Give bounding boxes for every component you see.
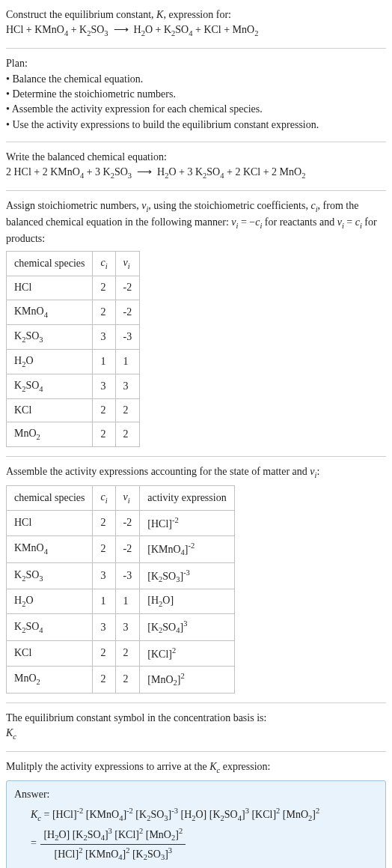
table-row: KCl22 (7, 398, 140, 422)
plan-item: • Assemble the activity expression for e… (6, 102, 386, 117)
col-species: chemical species (7, 252, 93, 276)
plan-item: • Balance the chemical equation. (6, 72, 386, 87)
symbol-kc: Kc (6, 726, 386, 742)
answer-numerator: [H2O] [K2SO4]3 [KCl]2 [MnO2]2 (40, 825, 186, 845)
divider (6, 142, 386, 142)
divider (6, 702, 386, 703)
answer-box: Answer: Kc = [HCl]-2 [KMnO4]-2 [K2SO3]-3… (6, 780, 386, 868)
problem-equation: HCl + KMnO4 + K2SO3 ⟶ H2O + K2SO4 + KCl … (6, 22, 386, 39)
answer-expression: Kc = [HCl]-2 [KMnO4]-2 [K2SO3]-3 [H2O] [… (14, 805, 378, 863)
table-row: H2O11[H2O] (7, 589, 235, 614)
symbol-section: The equilibrium constant symbol in the c… (6, 708, 386, 748)
plan-item: • Determine the stoichiometric numbers. (6, 87, 386, 102)
answer-equals: = (31, 837, 39, 849)
symbol-text: The equilibrium constant symbol in the c… (6, 711, 386, 726)
problem-line1: Construct the equilibrium constant, K, e… (6, 7, 386, 22)
table-row: K2SO433 (7, 374, 140, 398)
balanced-equation: 2 HCl + 2 KMnO4 + 3 K2SO3 ⟶ H2O + 3 K2SO… (6, 165, 386, 181)
table-row: MnO222 (7, 422, 140, 447)
table-row: K2SO433[K2SO4]3 (7, 614, 235, 641)
divider (6, 456, 386, 457)
answer-denominator: [HCl]2 [KMnO4]2 [K2SO3]3 (40, 845, 186, 864)
answer-flat: [HCl]-2 [KMnO4]-2 [K2SO3]-3 [H2O] [K2SO4… (52, 809, 319, 820)
assign-section: Assign stoichiometric numbers, νi, using… (6, 195, 386, 453)
table-row: chemical species ci νi (7, 252, 140, 276)
answer-fraction: [H2O] [K2SO4]3 [KCl]2 [MnO2]2 [HCl]2 [KM… (40, 825, 186, 863)
multiply-text: Mulitply the activity expressions to arr… (6, 759, 386, 776)
table-row: KMnO42-2 (7, 300, 140, 324)
multiply-section: Mulitply the activity expressions to arr… (6, 756, 386, 868)
table-row: KCl22[KCl]2 (7, 641, 235, 667)
table-row: HCl2-2[HCl]-2 (7, 511, 235, 536)
answer-label: Answer: (14, 787, 378, 802)
plan-section: Plan: • Balance the chemical equation. •… (6, 53, 386, 138)
table-row: H2O11 (7, 349, 140, 374)
divider (6, 190, 386, 191)
balanced-section: Write the balanced chemical equation: 2 … (6, 147, 386, 187)
table-row: MnO222[MnO2]2 (7, 667, 235, 694)
col-ci: ci (93, 486, 115, 511)
activity-section: Assemble the activity expressions accoun… (6, 461, 386, 699)
plan-item: • Use the activity expressions to build … (6, 118, 386, 133)
answer-lhs: Kc = (31, 809, 52, 820)
balanced-title: Write the balanced chemical equation: (6, 150, 386, 165)
col-activity: activity expression (140, 486, 234, 511)
activity-table: chemical species ci νi activity expressi… (6, 485, 235, 694)
table-row: KMnO42-2[KMnO4]-2 (7, 536, 235, 563)
divider (6, 48, 386, 49)
table-row: chemical species ci νi activity expressi… (7, 486, 235, 511)
col-ci: ci (93, 252, 115, 276)
problem-statement: Construct the equilibrium constant, K, e… (6, 4, 386, 45)
plan-title: Plan: (6, 56, 386, 71)
activity-intro: Assemble the activity expressions accoun… (6, 464, 386, 481)
table-row: HCl2-2 (7, 276, 140, 300)
col-vi: νi (115, 486, 140, 511)
divider (6, 751, 386, 752)
stoich-table: chemical species ci νi HCl2-2 KMnO42-2 K… (6, 251, 140, 447)
col-species: chemical species (7, 486, 93, 511)
table-row: K2SO33-3 (7, 324, 140, 349)
col-vi: νi (115, 252, 140, 276)
assign-intro: Assign stoichiometric numbers, νi, using… (6, 198, 386, 246)
table-row: K2SO33-3[K2SO3]-3 (7, 562, 235, 589)
